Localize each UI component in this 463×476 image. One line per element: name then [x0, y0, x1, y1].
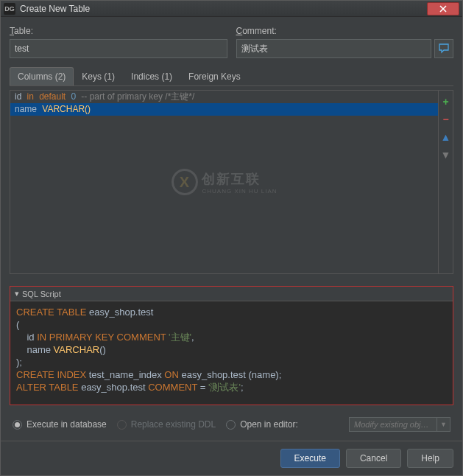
close-icon [439, 5, 448, 13]
sql-script-section: ▾ SQL Script CREATE TABLE easy_shop.test… [10, 286, 453, 405]
column-row[interactable]: name VARCHAR() [10, 103, 438, 116]
window-title: Create New Table [20, 4, 427, 14]
comment-input[interactable] [236, 39, 432, 58]
execute-button[interactable]: Execute [280, 449, 340, 468]
speech-bubble-icon [438, 43, 450, 54]
tabs: Columns (2) Keys (1) Indices (1) Foreign… [10, 67, 453, 86]
column-list[interactable]: id in default 0 -- part of primary key /… [10, 91, 438, 273]
sql-script-body[interactable]: CREATE TABLE easy_shop.test ( id IN PRIM… [10, 301, 453, 405]
radio-replace-ddl[interactable]: Replace existing DDL [117, 419, 216, 430]
app-logo: DG [4, 3, 15, 15]
radio-execute-db[interactable]: Execute in database [13, 419, 107, 430]
tab-keys[interactable]: Keys (1) [74, 67, 123, 85]
move-up-button[interactable]: ▲ [441, 132, 451, 142]
move-down-button[interactable]: ▼ [441, 150, 451, 160]
comment-expand-button[interactable] [434, 39, 453, 58]
help-button[interactable]: Help [407, 449, 453, 468]
watermark: X 创新互联CHUANG XIN HU LIAN [171, 169, 277, 195]
table-input[interactable] [10, 39, 227, 58]
chevron-down-icon: ▼ [437, 417, 450, 432]
titlebar: DG Create New Table [1, 1, 462, 17]
radio-open-editor[interactable]: Open in editor: [226, 419, 298, 430]
remove-button[interactable]: − [441, 114, 451, 125]
table-label: Table: [10, 26, 227, 36]
editor-combo[interactable]: Modify existing obj… ▼ [349, 417, 450, 432]
comment-label: Comment: [236, 26, 454, 36]
dialog-footer: Execute Cancel Help [1, 441, 462, 475]
sql-script-header[interactable]: ▾ SQL Script [10, 287, 453, 301]
collapse-icon: ▾ [15, 289, 19, 298]
tab-foreign-keys[interactable]: Foreign Keys [180, 67, 249, 85]
column-row[interactable]: id in default 0 -- part of primary key /… [10, 91, 438, 103]
tab-columns[interactable]: Columns (2) [10, 67, 74, 85]
close-button[interactable] [427, 2, 459, 15]
cancel-button[interactable]: Cancel [346, 449, 401, 468]
column-toolbar: + − ▲ ▼ [438, 91, 453, 273]
add-button[interactable]: + [441, 97, 451, 107]
tab-indices[interactable]: Indices (1) [123, 67, 180, 85]
